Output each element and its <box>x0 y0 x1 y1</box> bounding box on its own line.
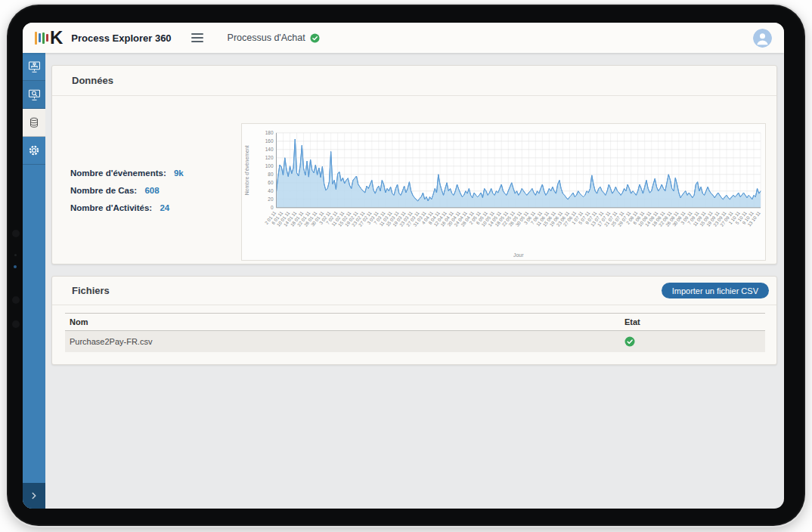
svg-text:180: 180 <box>265 130 274 135</box>
bezel-mic-dot <box>14 254 17 256</box>
stat-events-value: 9k <box>174 169 184 178</box>
sidebar-item-settings[interactable] <box>23 137 45 165</box>
stat-events-label: Nombre d'évènements: <box>70 169 166 178</box>
files-table-wrap: Nom Etat Purchase2Pay-FR.csv <box>52 305 776 364</box>
file-name-cell: Purchase2Pay-FR.csv <box>65 331 620 353</box>
bezel-speaker-dot <box>12 230 20 237</box>
main-content: Données Nombre d'évènements: 9k Nombre d… <box>45 53 784 509</box>
stat-activities-label: Nombre d'Activités: <box>70 203 152 212</box>
sidebar-item-explore[interactable] <box>23 81 45 109</box>
svg-text:60: 60 <box>268 180 274 185</box>
stat-cases-label: Nombre de Cas: <box>70 186 137 195</box>
check-circle-icon <box>624 336 635 347</box>
project-selector[interactable]: Processus d'Achat <box>228 32 320 43</box>
app-title: Process Explorer 360 <box>71 32 171 44</box>
screenshot-stage: K Process Explorer 360 Processus d'Achat <box>0 0 812 532</box>
donnees-card: Données Nombre d'évènements: 9k Nombre d… <box>51 65 777 264</box>
bezel-button-dot <box>12 320 20 328</box>
files-table: Nom Etat Purchase2Pay-FR.csv <box>65 313 765 352</box>
stat-events: Nombre d'évènements: 9k <box>70 169 229 178</box>
chevron-right-icon <box>29 490 39 501</box>
donnees-card-header: Données <box>52 66 776 96</box>
stat-activities: Nombre d'Activités: 24 <box>70 203 229 212</box>
column-header-nom: Nom <box>65 314 620 331</box>
sidebar-item-process[interactable] <box>23 53 45 81</box>
svg-text:80: 80 <box>268 172 274 177</box>
fichiers-title: Fichiers <box>72 285 110 296</box>
svg-text:40: 40 <box>268 188 274 193</box>
table-row-file[interactable]: Purchase2Pay-FR.csv <box>65 331 765 353</box>
file-status-cell <box>620 331 765 353</box>
events-per-day-chart: 2 01 116 01 1110 01 1114 01 1118 01 1122… <box>241 123 766 261</box>
sidebar-nav <box>23 53 45 509</box>
monitor-search-icon <box>27 88 42 102</box>
check-badge-icon <box>310 33 320 43</box>
svg-text:Jour: Jour <box>513 252 524 258</box>
svg-text:140: 140 <box>265 147 274 152</box>
logo-bars-icon <box>35 32 48 45</box>
column-header-etat: Etat <box>620 314 765 331</box>
import-csv-button[interactable]: Importer un fichier CSV <box>662 283 769 298</box>
app-logo[interactable]: K <box>35 30 62 45</box>
project-name: Processus d'Achat <box>228 32 305 43</box>
stat-cases: Nombre de Cas: 608 <box>70 186 229 195</box>
stats-panel: Nombre d'évènements: 9k Nombre de Cas: 6… <box>70 123 229 261</box>
gear-icon <box>26 143 42 158</box>
user-avatar-icon[interactable] <box>753 29 772 48</box>
sidebar-item-data[interactable] <box>23 109 45 137</box>
app-screen: K Process Explorer 360 Processus d'Achat <box>23 23 784 509</box>
stat-activities-value: 24 <box>160 203 169 212</box>
tablet-frame: K Process Explorer 360 Processus d'Achat <box>7 5 805 526</box>
bezel-button-dot <box>12 296 20 304</box>
svg-text:0: 0 <box>271 205 274 210</box>
app-header: K Process Explorer 360 Processus d'Achat <box>23 23 784 53</box>
logo-k-glyph: K <box>50 30 62 45</box>
fichiers-card: Fichiers Importer un fichier CSV Nom Eta… <box>51 276 777 365</box>
database-icon <box>27 116 41 129</box>
sidebar-collapse-toggle[interactable] <box>23 483 45 509</box>
sidebar-filler <box>23 165 45 483</box>
svg-text:120: 120 <box>265 155 274 160</box>
bezel-camera-dot <box>14 265 17 268</box>
fichiers-card-header: Fichiers Importer un fichier CSV <box>52 277 776 305</box>
stat-cases-value: 608 <box>144 186 159 195</box>
svg-text:100: 100 <box>265 163 274 169</box>
donnees-title: Données <box>72 75 113 86</box>
hamburger-menu-icon[interactable] <box>190 30 205 45</box>
process-map-icon <box>27 60 42 74</box>
svg-text:20: 20 <box>268 196 274 202</box>
svg-text:Nombre d'évènement: Nombre d'évènement <box>244 145 249 195</box>
svg-text:160: 160 <box>265 138 274 144</box>
